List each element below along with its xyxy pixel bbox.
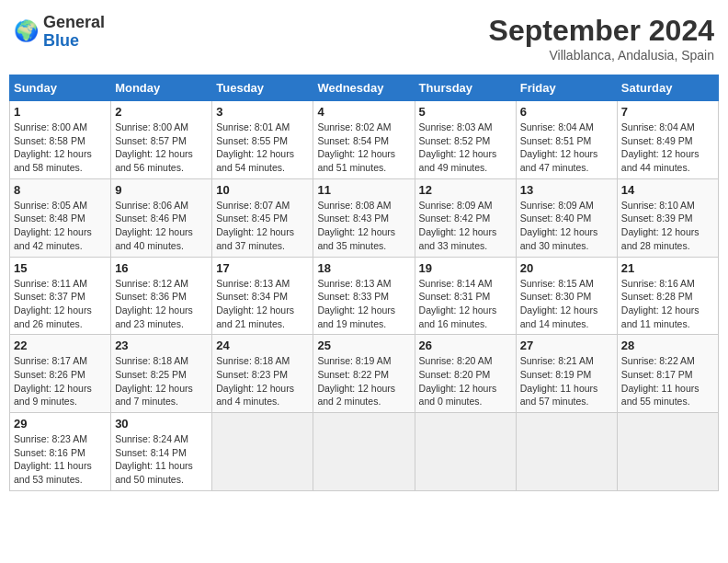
day-number: 24 <box>216 339 309 352</box>
page-header: 🌍 General Blue September 2024 Villablanc… <box>9 9 719 67</box>
day-info: Sunrise: 8:09 AMSunset: 8:42 PMDaylight:… <box>419 199 512 253</box>
calendar-cell: 25Sunrise: 8:19 AMSunset: 8:22 PMDayligh… <box>313 335 415 413</box>
day-info: Sunrise: 8:10 AMSunset: 8:39 PMDaylight:… <box>621 199 714 253</box>
day-number: 25 <box>317 339 410 352</box>
calendar-week-row: 1Sunrise: 8:00 AMSunset: 8:58 PMDaylight… <box>10 101 719 179</box>
calendar-cell <box>313 413 415 491</box>
weekday-header-friday: Friday <box>516 75 617 101</box>
calendar-cell: 3Sunrise: 8:01 AMSunset: 8:55 PMDaylight… <box>212 101 313 179</box>
calendar-cell: 21Sunrise: 8:16 AMSunset: 8:28 PMDayligh… <box>617 257 718 335</box>
day-info: Sunrise: 8:03 AMSunset: 8:52 PMDaylight:… <box>419 121 512 175</box>
day-number: 14 <box>621 183 714 197</box>
day-info: Sunrise: 8:08 AMSunset: 8:43 PMDaylight:… <box>317 199 410 253</box>
weekday-header-tuesday: Tuesday <box>212 75 313 101</box>
calendar-cell: 22Sunrise: 8:17 AMSunset: 8:26 PMDayligh… <box>10 335 111 413</box>
day-info: Sunrise: 8:06 AMSunset: 8:46 PMDaylight:… <box>115 199 208 253</box>
day-number: 28 <box>621 339 714 352</box>
day-number: 11 <box>317 183 410 197</box>
calendar-cell: 20Sunrise: 8:15 AMSunset: 8:30 PMDayligh… <box>516 257 617 335</box>
logo-icon: 🌍 <box>14 19 40 45</box>
calendar-cell: 11Sunrise: 8:08 AMSunset: 8:43 PMDayligh… <box>313 178 415 257</box>
calendar-cell: 9Sunrise: 8:06 AMSunset: 8:46 PMDaylight… <box>111 178 212 257</box>
calendar-body: 1Sunrise: 8:00 AMSunset: 8:58 PMDaylight… <box>10 101 719 491</box>
day-number: 17 <box>216 261 309 275</box>
calendar-cell: 29Sunrise: 8:23 AMSunset: 8:16 PMDayligh… <box>10 413 111 491</box>
day-number: 30 <box>115 417 208 431</box>
weekday-header-thursday: Thursday <box>415 75 516 101</box>
logo-general-text: General <box>43 14 105 32</box>
day-number: 7 <box>621 105 714 119</box>
day-info: Sunrise: 8:17 AMSunset: 8:26 PMDaylight:… <box>14 354 107 408</box>
weekday-header-monday: Monday <box>111 75 212 101</box>
calendar-week-row: 22Sunrise: 8:17 AMSunset: 8:26 PMDayligh… <box>10 335 719 413</box>
day-number: 16 <box>115 261 208 275</box>
day-number: 1 <box>14 105 107 119</box>
day-info: Sunrise: 8:18 AMSunset: 8:23 PMDaylight:… <box>216 354 309 408</box>
day-info: Sunrise: 8:18 AMSunset: 8:25 PMDaylight:… <box>115 354 208 408</box>
weekday-header-row: SundayMondayTuesdayWednesdayThursdayFrid… <box>10 75 719 101</box>
day-number: 13 <box>520 183 613 197</box>
day-info: Sunrise: 8:12 AMSunset: 8:36 PMDaylight:… <box>115 277 208 331</box>
calendar-cell <box>516 413 617 491</box>
calendar-cell: 14Sunrise: 8:10 AMSunset: 8:39 PMDayligh… <box>617 178 718 257</box>
calendar-cell <box>415 413 516 491</box>
day-number: 19 <box>419 261 512 275</box>
calendar-header: SundayMondayTuesdayWednesdayThursdayFrid… <box>10 75 719 101</box>
calendar-cell: 16Sunrise: 8:12 AMSunset: 8:36 PMDayligh… <box>111 257 212 335</box>
day-info: Sunrise: 8:22 AMSunset: 8:17 PMDaylight:… <box>621 354 714 408</box>
calendar-cell: 2Sunrise: 8:00 AMSunset: 8:57 PMDaylight… <box>111 101 212 179</box>
calendar-cell: 17Sunrise: 8:13 AMSunset: 8:34 PMDayligh… <box>212 257 313 335</box>
calendar-table: SundayMondayTuesdayWednesdayThursdayFrid… <box>9 75 719 491</box>
logo-text: General Blue <box>43 14 105 51</box>
calendar-cell: 10Sunrise: 8:07 AMSunset: 8:45 PMDayligh… <box>212 178 313 257</box>
calendar-cell: 13Sunrise: 8:09 AMSunset: 8:40 PMDayligh… <box>516 178 617 257</box>
day-info: Sunrise: 8:00 AMSunset: 8:58 PMDaylight:… <box>14 121 107 175</box>
day-number: 20 <box>520 261 613 275</box>
day-info: Sunrise: 8:07 AMSunset: 8:45 PMDaylight:… <box>216 199 309 253</box>
calendar-cell: 30Sunrise: 8:24 AMSunset: 8:14 PMDayligh… <box>111 413 212 491</box>
title-block: September 2024 Villablanca, Andalusia, S… <box>489 14 714 63</box>
day-info: Sunrise: 8:00 AMSunset: 8:57 PMDaylight:… <box>115 121 208 175</box>
calendar-cell: 6Sunrise: 8:04 AMSunset: 8:51 PMDaylight… <box>516 101 617 179</box>
calendar-cell <box>617 413 718 491</box>
day-info: Sunrise: 8:13 AMSunset: 8:34 PMDaylight:… <box>216 277 309 331</box>
calendar-cell: 27Sunrise: 8:21 AMSunset: 8:19 PMDayligh… <box>516 335 617 413</box>
calendar-week-row: 29Sunrise: 8:23 AMSunset: 8:16 PMDayligh… <box>10 413 719 491</box>
day-number: 22 <box>14 339 107 352</box>
day-number: 12 <box>419 183 512 197</box>
calendar-cell: 5Sunrise: 8:03 AMSunset: 8:52 PMDaylight… <box>415 101 516 179</box>
day-number: 4 <box>317 105 410 119</box>
calendar-cell: 12Sunrise: 8:09 AMSunset: 8:42 PMDayligh… <box>415 178 516 257</box>
day-number: 21 <box>621 261 714 275</box>
day-info: Sunrise: 8:21 AMSunset: 8:19 PMDaylight:… <box>520 354 613 408</box>
calendar-cell: 1Sunrise: 8:00 AMSunset: 8:58 PMDaylight… <box>10 101 111 179</box>
month-title: September 2024 <box>489 14 714 48</box>
logo-blue-text: Blue <box>43 32 105 51</box>
day-info: Sunrise: 8:16 AMSunset: 8:28 PMDaylight:… <box>621 277 714 331</box>
day-info: Sunrise: 8:04 AMSunset: 8:49 PMDaylight:… <box>621 121 714 175</box>
day-info: Sunrise: 8:13 AMSunset: 8:33 PMDaylight:… <box>317 277 410 331</box>
calendar-cell: 19Sunrise: 8:14 AMSunset: 8:31 PMDayligh… <box>415 257 516 335</box>
day-info: Sunrise: 8:02 AMSunset: 8:54 PMDaylight:… <box>317 121 410 175</box>
calendar-cell: 4Sunrise: 8:02 AMSunset: 8:54 PMDaylight… <box>313 101 415 179</box>
day-number: 2 <box>115 105 208 119</box>
calendar-cell: 8Sunrise: 8:05 AMSunset: 8:48 PMDaylight… <box>10 178 111 257</box>
day-number: 29 <box>14 417 107 431</box>
weekday-header-saturday: Saturday <box>617 75 718 101</box>
day-info: Sunrise: 8:24 AMSunset: 8:14 PMDaylight:… <box>115 432 208 487</box>
day-info: Sunrise: 8:05 AMSunset: 8:48 PMDaylight:… <box>14 199 107 253</box>
day-number: 9 <box>115 183 208 197</box>
day-info: Sunrise: 8:14 AMSunset: 8:31 PMDaylight:… <box>419 277 512 331</box>
day-info: Sunrise: 8:11 AMSunset: 8:37 PMDaylight:… <box>14 277 107 331</box>
calendar-cell: 18Sunrise: 8:13 AMSunset: 8:33 PMDayligh… <box>313 257 415 335</box>
day-number: 15 <box>14 261 107 275</box>
day-info: Sunrise: 8:19 AMSunset: 8:22 PMDaylight:… <box>317 354 410 408</box>
weekday-header-wednesday: Wednesday <box>313 75 415 101</box>
svg-text:🌍: 🌍 <box>14 19 40 43</box>
day-number: 10 <box>216 183 309 197</box>
day-number: 3 <box>216 105 309 119</box>
day-number: 6 <box>520 105 613 119</box>
day-number: 8 <box>14 183 107 197</box>
day-info: Sunrise: 8:20 AMSunset: 8:20 PMDaylight:… <box>419 354 512 408</box>
day-info: Sunrise: 8:15 AMSunset: 8:30 PMDaylight:… <box>520 277 613 331</box>
